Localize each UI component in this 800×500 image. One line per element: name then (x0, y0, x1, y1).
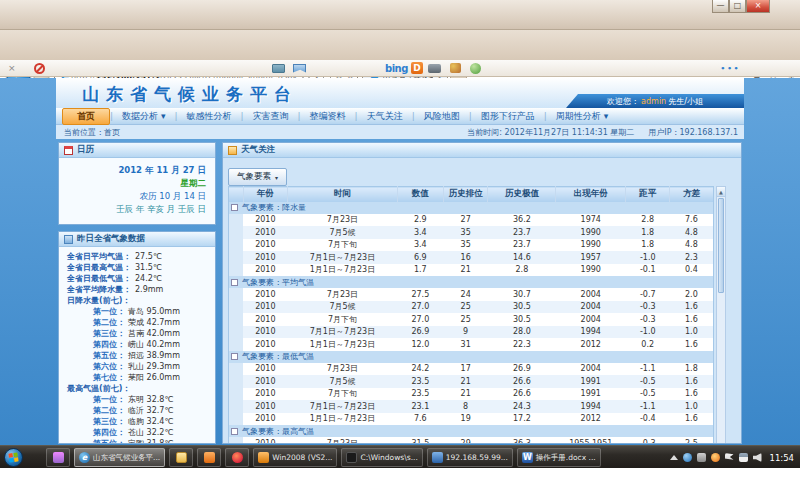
taskbar-button-2[interactable]: e山东省气候业务平... (74, 448, 165, 467)
table-wrap: 年份时间数值历史排位历史极值出现年份距平方差 气象要素：降水量20107月23日… (228, 186, 736, 444)
taskbar-button-9[interactable]: W操作手册.docx ... (517, 448, 601, 467)
table-cell: 1.0 (670, 326, 714, 339)
taskbar-button-label: 山东省气候业务平... (93, 453, 160, 463)
taskbar-button-6[interactable]: Win2008 (VS2... (253, 448, 337, 467)
nav-item-7[interactable]: 风险地图 (415, 109, 469, 124)
table-cell: 1990 (556, 264, 626, 277)
table-cell: 2010 (243, 363, 288, 376)
group-header-row[interactable]: 气象要素：降水量 (229, 202, 714, 214)
table-cell: 17.2 (488, 413, 556, 426)
group-header-row[interactable]: 气象要素：最低气温 (229, 351, 714, 363)
table-cell: 2010 (243, 239, 288, 252)
group-checkbox-icon[interactable] (231, 353, 238, 360)
table-row: 20107月5候23.52126.61991-0.51.6 (229, 375, 714, 388)
table-cell: 24.3 (488, 400, 556, 413)
scrollbar-thumb[interactable] (718, 198, 724, 293)
taskbar-button-3[interactable] (169, 448, 193, 467)
d-badge-icon[interactable]: D (411, 62, 423, 74)
cards-addon-icon[interactable] (272, 64, 285, 73)
taskbar-button-5[interactable] (225, 448, 249, 467)
rank-row: 第一位：东明 32.8℃ (67, 394, 215, 405)
addon-icons-group (272, 64, 306, 73)
taskbar-clock[interactable]: 11:54 (770, 453, 795, 463)
camera-addon-icon[interactable] (428, 64, 441, 73)
nav-item-5[interactable]: 整编资料 (301, 109, 355, 124)
table-cell: 0.4 (670, 264, 714, 277)
close-button[interactable]: × (746, 0, 770, 13)
mail-addon-icon[interactable] (293, 64, 306, 73)
row-gutter-cell (229, 326, 244, 339)
table-cell: 31 (443, 338, 488, 351)
nav-item-3[interactable]: 敏感性分析 (177, 109, 240, 124)
bing-logo[interactable]: bing (385, 63, 408, 74)
rank-label: 第三位： (93, 329, 125, 338)
more-addons-icon[interactable]: ∙∙∙ (720, 63, 740, 73)
taskbar-button-7[interactable]: C:\Windows\s... (341, 448, 422, 467)
group-header-row[interactable]: 气象要素：最高气温 (229, 425, 714, 437)
nav-item-8[interactable]: 图形下行产品 (472, 109, 544, 124)
table-cell: 7月1日～7月23日 (288, 326, 398, 339)
group-checkbox-icon[interactable] (231, 279, 238, 286)
table-cell: 1.8 (670, 363, 714, 376)
globe-addon-icon[interactable] (470, 63, 481, 74)
table-cell: 2.8 (488, 264, 556, 277)
table-cell: 1990 (556, 239, 626, 252)
welcome-prefix: 欢迎您： (607, 96, 639, 107)
taskbar-button-4[interactable] (197, 448, 221, 467)
nav-item-9[interactable]: 周期性分析 ▾ (547, 109, 617, 124)
tray-network-globe-icon[interactable] (683, 453, 692, 462)
sidebar-close-icon[interactable]: × (8, 63, 16, 73)
start-button[interactable] (4, 448, 23, 467)
group-checkbox-icon[interactable] (231, 204, 238, 211)
table-cell: 2.8 (626, 214, 670, 227)
rank-row: 第一位：青岛 95.0mm (67, 306, 215, 317)
tray-app-icon[interactable] (697, 453, 706, 462)
group-header-row[interactable]: 气象要素：平均气温 (229, 276, 714, 288)
table-body: 气象要素：降水量20107月23日2.92736.219742.87.62010… (229, 202, 714, 445)
vm-taskbar-icon (258, 452, 269, 463)
table-cell: -0.7 (626, 288, 670, 301)
tray-security-icon[interactable] (711, 453, 720, 462)
rank-value: 临沂 32.7℃ (128, 406, 173, 415)
rank-label: 第四位： (93, 428, 125, 437)
volume-icon[interactable] (753, 453, 762, 462)
row-gutter-cell (229, 375, 244, 388)
table-cell: 7月5候 (288, 301, 398, 314)
blocker-addon-icon[interactable] (34, 63, 45, 74)
minimize-button[interactable]: — (712, 0, 729, 13)
table-cell: 2010 (243, 214, 288, 227)
table-cell: 1957 (556, 251, 626, 264)
table-row: 20101月1日～7月23日1.7212.81990-0.10.4 (229, 264, 714, 277)
nav-item-2[interactable]: 数据分析 ▾ (113, 109, 174, 124)
calendar-ganzhi: 壬辰 年 辛亥 月 壬辰 日 (59, 203, 206, 216)
table-row: 20107月1日～7月23日26.9928.01994-1.01.0 (229, 326, 714, 339)
table-cell: -0.3 (626, 301, 670, 314)
table-cell: 7月23日 (288, 437, 398, 444)
filter-row: 气象要素 ▾ (228, 164, 736, 186)
table-scrollbar[interactable]: ▲ (716, 186, 726, 444)
nav-item-6[interactable]: 天气关注 (358, 109, 412, 124)
taskbar-button-1[interactable] (46, 448, 70, 467)
maximize-button[interactable]: □ (729, 0, 746, 13)
element-filter-button[interactable]: 气象要素 ▾ (228, 168, 287, 186)
action-center-flag-icon[interactable] (725, 453, 734, 462)
paint-addon-icon[interactable] (450, 63, 461, 73)
table-cell: 17 (443, 363, 488, 376)
rank-value: 定陶 31.8℃ (128, 439, 173, 444)
nav-item-4[interactable]: 灾害查询 (244, 109, 298, 124)
table-cell: 1.6 (670, 413, 714, 426)
table-cell: 36.2 (488, 214, 556, 227)
hidden-icons-arrow-icon[interactable] (670, 455, 678, 460)
table-cell: 1.8 (626, 226, 670, 239)
taskbar-button-8[interactable]: 192.168.59.99... (427, 448, 513, 467)
table-cell: 2010 (243, 400, 288, 413)
network-status-icon[interactable] (739, 453, 748, 462)
table-row: 20107月5候3.43523.719901.84.8 (229, 226, 714, 239)
table-cell: 24 (443, 288, 488, 301)
group-checkbox-icon[interactable] (231, 428, 238, 435)
weather-focus-icon (228, 146, 237, 155)
nav-item-1[interactable]: 首页 (62, 108, 110, 125)
scrollbar-up-icon[interactable]: ▲ (717, 187, 725, 197)
table-cell: 27.5 (397, 288, 443, 301)
table-cell: 2.0 (670, 288, 714, 301)
